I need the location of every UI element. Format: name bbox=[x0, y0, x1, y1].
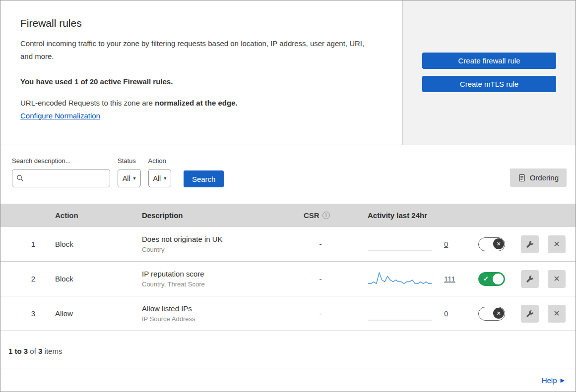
page-title: Firewall rules bbox=[20, 17, 368, 29]
toggle-knob: ✕ bbox=[493, 308, 504, 319]
header-description: Description bbox=[132, 211, 296, 220]
rule-enabled-toggle[interactable]: ✓ ✕ bbox=[478, 237, 505, 251]
x-icon: ✕ bbox=[496, 241, 501, 247]
rule-toggle-cell: ✓ ✕ bbox=[467, 307, 516, 321]
header-activity: Activity last 24hr bbox=[345, 211, 467, 220]
close-icon: ✕ bbox=[553, 274, 560, 283]
table-header-row: Action Description CSR i Activity last 2… bbox=[0, 204, 576, 227]
actions-panel: Create firewall rule Create mTLS rule bbox=[403, 0, 576, 145]
rule-activity-cell: 0 bbox=[345, 235, 467, 253]
toggle-knob: ✕ bbox=[493, 238, 504, 249]
ordering-button[interactable]: Ordering bbox=[510, 168, 567, 187]
rule-enabled-toggle[interactable]: ✓ ✕ bbox=[478, 307, 505, 321]
ordering-button-label: Ordering bbox=[530, 173, 559, 182]
status-dropdown-value: All bbox=[123, 174, 130, 182]
rule-csr: - bbox=[296, 240, 345, 248]
rule-description-cell: Allow listed IPs IP Source Address bbox=[132, 304, 296, 323]
rule-edit-cell bbox=[516, 270, 543, 288]
edit-rule-button[interactable] bbox=[521, 235, 539, 253]
table-row: 2 Block IP reputation score Country, Thr… bbox=[0, 262, 576, 296]
chevron-down-icon: ▾ bbox=[133, 175, 136, 181]
action-dropdown-value: All bbox=[153, 174, 161, 182]
rule-description: IP reputation score bbox=[142, 270, 296, 278]
help-link[interactable]: Help ▶ bbox=[542, 376, 565, 385]
of-text: of bbox=[28, 347, 38, 355]
delete-rule-button[interactable]: ✕ bbox=[548, 235, 566, 253]
edit-rule-button[interactable] bbox=[521, 305, 539, 323]
search-label: Search description... bbox=[12, 157, 110, 165]
normalization-bold: normalized at the edge. bbox=[155, 99, 238, 107]
rule-fields: Country, Threat Score bbox=[142, 280, 296, 288]
header-csr-label: CSR bbox=[304, 211, 320, 220]
activity-count-link[interactable]: 0 bbox=[444, 309, 448, 318]
rule-delete-cell: ✕ bbox=[543, 270, 570, 288]
chevron-down-icon: ▾ bbox=[164, 175, 166, 181]
wrench-icon bbox=[526, 275, 534, 283]
configure-normalization-link[interactable]: Configure Normalization bbox=[20, 112, 100, 120]
normalization-prefix: URL-encoded Requests to this zone are bbox=[20, 99, 155, 107]
rule-activity-cell: 0 bbox=[345, 305, 467, 323]
search-field-group: Search description... bbox=[12, 157, 110, 187]
usage-text: You have used 1 of 20 active Firewall ru… bbox=[20, 77, 368, 86]
top-section: Firewall rules Control incoming traffic … bbox=[0, 0, 576, 145]
close-icon: ✕ bbox=[553, 309, 560, 318]
toggle-knob: ✕ bbox=[493, 274, 504, 284]
activity-sparkline bbox=[368, 235, 432, 253]
activity-sparkline bbox=[368, 270, 432, 288]
activity-count-link[interactable]: 111 bbox=[444, 275, 455, 283]
search-input[interactable] bbox=[27, 174, 106, 182]
pagination-summary: 1 to 3 of 3 items bbox=[0, 331, 576, 369]
rule-edit-cell bbox=[516, 305, 543, 323]
status-label: Status bbox=[118, 157, 141, 165]
activity-count-link[interactable]: 0 bbox=[444, 240, 448, 248]
info-icon[interactable]: i bbox=[322, 212, 330, 219]
table-row: 1 Block Does not originate in UK Country… bbox=[0, 227, 576, 262]
search-button[interactable]: Search bbox=[184, 170, 224, 187]
rules-table: Action Description CSR i Activity last 2… bbox=[0, 204, 576, 331]
range-text: 1 to 3 bbox=[8, 347, 28, 355]
rule-description: Does not originate in UK bbox=[142, 235, 296, 243]
close-icon: ✕ bbox=[553, 239, 560, 249]
rule-activity-cell: 111 bbox=[345, 270, 467, 288]
create-mtls-rule-button[interactable]: Create mTLS rule bbox=[422, 76, 556, 92]
rule-delete-cell: ✕ bbox=[543, 235, 570, 253]
rule-description-cell: IP reputation score Country, Threat Scor… bbox=[132, 270, 296, 288]
items-text: items bbox=[42, 347, 62, 355]
rule-edit-cell bbox=[516, 235, 543, 253]
help-link-label: Help bbox=[542, 376, 557, 385]
rule-action: Block bbox=[45, 275, 132, 283]
search-icon bbox=[16, 174, 24, 182]
rule-delete-cell: ✕ bbox=[543, 305, 570, 323]
rule-action: Block bbox=[45, 240, 132, 248]
caret-right-icon: ▶ bbox=[561, 377, 565, 384]
page-description: Control incoming traffic to your zone by… bbox=[20, 37, 368, 63]
status-filter-group: Status All ▾ bbox=[118, 157, 141, 187]
rule-description: Allow listed IPs bbox=[142, 304, 296, 313]
intro-card: Firewall rules Control incoming traffic … bbox=[0, 0, 403, 145]
search-box[interactable] bbox=[12, 169, 110, 187]
header-action: Action bbox=[45, 211, 132, 220]
filter-bar: Search description... Status All ▾ Actio… bbox=[0, 145, 576, 204]
wrench-icon bbox=[526, 240, 534, 248]
rule-fields: IP Source Address bbox=[142, 315, 296, 323]
header-activity-label: Activity last 24hr bbox=[368, 211, 427, 220]
delete-rule-button[interactable]: ✕ bbox=[548, 270, 566, 288]
action-dropdown[interactable]: All ▾ bbox=[148, 169, 172, 187]
rule-enabled-toggle[interactable]: ✓ ✕ bbox=[478, 272, 505, 286]
rule-toggle-cell: ✓ ✕ bbox=[467, 237, 516, 251]
rule-toggle-cell: ✓ ✕ bbox=[467, 272, 516, 286]
delete-rule-button[interactable]: ✕ bbox=[548, 305, 566, 323]
create-firewall-rule-button[interactable]: Create firewall rule bbox=[422, 53, 556, 69]
action-filter-group: Action All ▾ bbox=[148, 157, 172, 187]
activity-sparkline bbox=[368, 305, 432, 323]
header-csr: CSR i bbox=[296, 211, 345, 220]
table-row: 3 Allow Allow listed IPs IP Source Addre… bbox=[0, 296, 576, 331]
edit-rule-button[interactable] bbox=[521, 270, 539, 288]
row-number: 2 bbox=[0, 275, 45, 283]
status-dropdown[interactable]: All ▾ bbox=[118, 169, 141, 187]
rule-description-cell: Does not originate in UK Country bbox=[132, 235, 296, 253]
check-icon: ✓ bbox=[483, 275, 489, 282]
rule-fields: Country bbox=[142, 246, 296, 253]
ordering-list-icon bbox=[518, 174, 526, 182]
rule-csr: - bbox=[296, 275, 345, 283]
